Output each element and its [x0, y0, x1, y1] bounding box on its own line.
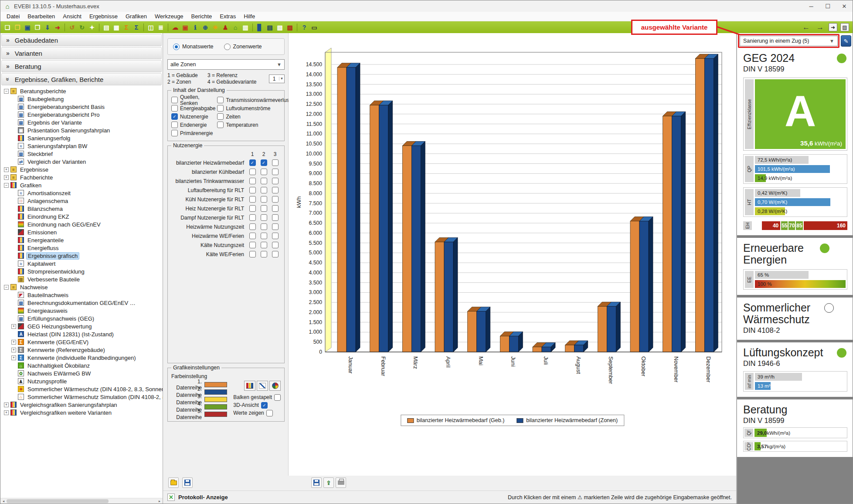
nav-goto-variant-icon[interactable]: ➜	[829, 23, 837, 31]
tree-item[interactable]: +Vergleichsgrafiken Sanierungsfahrplan	[0, 401, 163, 409]
checkbox[interactable]: ✓	[272, 196, 279, 203]
grafik-option[interactable]: 3D-Ansicht✓	[233, 401, 281, 409]
expand-icon[interactable]: +	[4, 167, 9, 172]
checkbox[interactable]: ✓	[272, 214, 279, 221]
sidebar-section-gebäudedaten[interactable]: »Gebäudedaten	[1, 34, 162, 46]
menu-berichte[interactable]: Berichte	[188, 12, 216, 20]
menu-extras[interactable]: Extras	[216, 12, 239, 20]
toolbar-monitor-icon[interactable]: ▭	[310, 23, 319, 32]
menu-werkzeuge[interactable]: Werkzeuge	[151, 12, 187, 20]
checkbox[interactable]: ✓	[249, 251, 256, 257]
print-chart-button[interactable]	[336, 477, 346, 488]
tree-item[interactable]: AHeizlast (DIN 12831) (Ist-Zustand)	[0, 330, 163, 338]
checkbox[interactable]: ✓	[261, 251, 267, 257]
minimize-button[interactable]: ─	[803, 0, 819, 12]
checkbox[interactable]: ✓	[249, 205, 256, 212]
save-chart-button[interactable]	[311, 477, 322, 488]
variant-dropdown[interactable]: Sanierung in einem Zug (5) ▼	[740, 36, 838, 46]
tree-item[interactable]: ◤Bauteilnachweis	[0, 291, 163, 299]
inhalt-option[interactable]: ✓Nutzenergie	[171, 112, 215, 121]
tree-item[interactable]: Einordnung nach GEG/EnEV	[0, 220, 163, 228]
checkbox[interactable]: ✓	[272, 251, 279, 257]
tree-item[interactable]: Einordnung EKZ	[0, 213, 163, 220]
color-swatch[interactable]	[204, 389, 227, 395]
toolbar-assistant-icon[interactable]: ✦	[88, 23, 96, 32]
expand-icon[interactable]: +	[11, 340, 16, 345]
expand-icon[interactable]: +	[4, 410, 9, 415]
tree-item[interactable]: Energieanteile	[0, 236, 163, 244]
toolbar-info-icon[interactable]: ℹ	[191, 23, 200, 32]
hscroll-track[interactable]	[7, 499, 156, 504]
tree-item[interactable]: ▤Erfüllungsnachweis (GEG)	[0, 315, 163, 322]
tree-item[interactable]: ▤Energieberatungsbericht Basis	[0, 103, 163, 111]
tree-item[interactable]: +ΣKennwerte (Referenzgebäude)	[0, 346, 163, 354]
toolbar-photo-icon[interactable]: ▣	[181, 23, 190, 32]
menu-datei[interactable]: Datei	[3, 12, 23, 20]
toolbar-redo-icon[interactable]: ↻	[78, 23, 86, 32]
tree-item[interactable]: Sanierungserfolg	[0, 134, 163, 142]
expand-icon[interactable]: +	[11, 355, 16, 360]
checkbox[interactable]: ✓	[217, 105, 224, 112]
nav-back-icon[interactable]: ←	[800, 23, 812, 32]
checkbox[interactable]: ✓	[217, 113, 224, 120]
color-swatch[interactable]	[204, 404, 227, 409]
checkbox[interactable]: ✓	[274, 394, 281, 401]
inhalt-option[interactable]: ✓Primärenergie	[171, 129, 215, 137]
checkbox[interactable]: ✓	[171, 122, 178, 128]
tree-item[interactable]: ✿Nachweis EWärmeG BW	[0, 369, 163, 377]
hscroll-right-arrow[interactable]: ▸	[156, 499, 163, 503]
tree-item[interactable]: Ergebnisse grafisch	[0, 252, 163, 260]
checkbox[interactable]: ✓	[249, 233, 256, 239]
tree-item[interactable]: −Grafiken	[0, 181, 163, 189]
checkbox[interactable]: ✓	[171, 97, 178, 103]
maximize-button[interactable]: ☐	[819, 0, 836, 12]
tree-item[interactable]: ▤Ergebnis der Variante	[0, 118, 163, 126]
checkbox[interactable]: ✓	[261, 214, 267, 221]
hscroll-left-arrow[interactable]: ◂	[0, 499, 7, 503]
zone-select[interactable]: alle Zonen ▼	[167, 59, 285, 70]
collapse-icon[interactable]: −	[4, 285, 9, 290]
tree-item[interactable]: ⌂Nachhaltigkeit Ökobilanz	[0, 362, 163, 369]
toolbar-open-folder-icon[interactable]: ❒	[13, 23, 22, 32]
tree-item[interactable]: +GEG Heizungsbewertung	[0, 322, 163, 330]
chart-type-pie-button[interactable]	[269, 381, 281, 391]
checkbox[interactable]: ✓	[272, 205, 279, 212]
checkbox[interactable]: ✓	[261, 169, 267, 175]
expand-icon[interactable]: +	[11, 348, 16, 352]
inhalt-option[interactable]: ✓Quellen, Senken	[171, 96, 215, 104]
tree-item[interactable]: −≡Nachweise	[0, 283, 163, 291]
toolbar-web-icon[interactable]: ⊕	[201, 23, 210, 32]
menu-grafiken[interactable]: Grafiken	[122, 12, 150, 20]
toolbar-save-icon[interactable]: ▣	[23, 23, 32, 32]
toolbar-emissions-icon[interactable]: ☁	[171, 23, 180, 32]
tree-item[interactable]: ∷Anlagenschema	[0, 197, 163, 205]
menu-ergebnisse[interactable]: Ergebnisse	[86, 12, 121, 20]
inhalt-option[interactable]: ✓Transmissionswärmeverlust	[217, 96, 290, 104]
checkbox[interactable]: ✓	[249, 223, 256, 230]
tree-item[interactable]: ☀Sommerlicher Wärmeschutz (DIN 4108-2, 8…	[0, 385, 163, 393]
toolbar-list-icon[interactable]: ≣	[156, 23, 165, 32]
toolbar-doc-chart-icon[interactable]: ▧	[275, 23, 284, 32]
checkbox[interactable]: ✓	[261, 159, 267, 166]
variant-spinner[interactable]: 1 ▼	[269, 74, 285, 83]
checkbox[interactable]: ✓	[217, 97, 224, 103]
inhalt-option[interactable]: ✓Energieabgabe	[171, 104, 215, 112]
expand-icon[interactable]: +	[11, 324, 16, 329]
checkbox[interactable]: ✓	[171, 130, 178, 136]
checkbox[interactable]: ✓	[272, 187, 279, 193]
inhalt-option[interactable]: ✓Temperaturen	[217, 121, 290, 129]
tree-item[interactable]: Strompreisentwicklung	[0, 267, 163, 275]
save-settings-button[interactable]	[182, 477, 193, 488]
tree-item[interactable]: ▤Berechnungsdokumentation GEG/EnEV …	[0, 299, 163, 307]
tree-item[interactable]: +ΣKennwerte (individuelle Randbedingunge…	[0, 354, 163, 362]
collapse-icon[interactable]: −	[4, 183, 9, 188]
chart-type-line-button[interactable]	[257, 381, 268, 391]
sidebar-hscrollbar[interactable]: ◂ ▸	[0, 498, 163, 504]
color-swatch[interactable]	[204, 397, 227, 402]
nav-variant-chart-icon[interactable]: ▨	[840, 23, 849, 31]
checkbox[interactable]: ✓	[249, 178, 256, 184]
open-settings-button[interactable]	[168, 477, 179, 488]
inhalt-option[interactable]: ✓Endenergie	[171, 121, 215, 129]
chart-type-bar-button[interactable]	[244, 381, 255, 391]
radio-zonenwerte[interactable]: Zonenwerte	[224, 44, 262, 50]
